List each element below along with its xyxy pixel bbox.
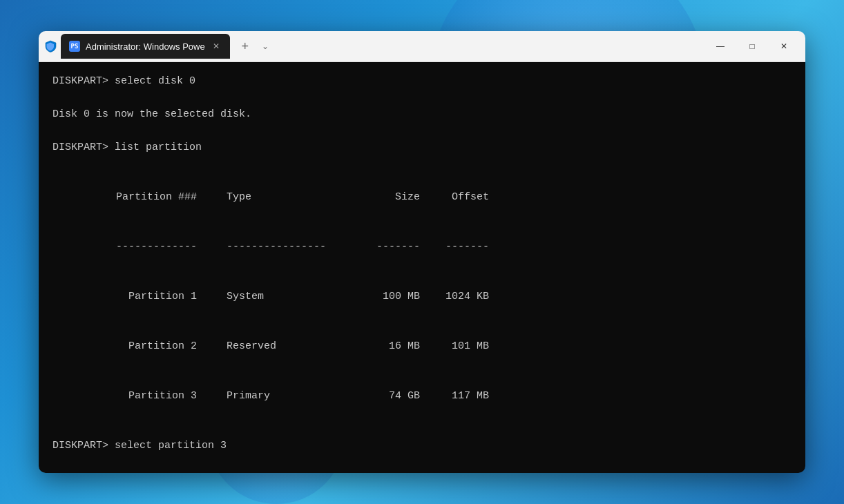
header-partition: Partition ### <box>116 189 227 206</box>
tab-powershell-icon: PS <box>69 41 80 52</box>
header-type: Type <box>227 189 358 206</box>
divider-type: ---------------- <box>227 239 358 255</box>
line-select-partition: DISKPART> select partition 3 <box>52 438 792 454</box>
active-tab[interactable]: PS Administrator: Windows Powe ✕ <box>61 34 230 59</box>
close-button[interactable]: ✕ <box>768 31 800 62</box>
p2-offset: 101 MB <box>434 338 489 355</box>
restore-button[interactable]: □ <box>736 31 768 62</box>
blank-2 <box>52 123 792 139</box>
blank-1 <box>52 90 792 106</box>
divider-partition: ------------- <box>116 239 227 255</box>
p1-size: 100 MB <box>358 289 420 305</box>
titlebar: PS Administrator: Windows Powe ✕ + ⌄ — □… <box>39 31 805 62</box>
p2-size: 16 MB <box>358 338 420 355</box>
p1-num: Partition 1 <box>116 289 227 305</box>
divider-offset: ------- <box>434 239 489 255</box>
powershell-window: PS Administrator: Windows Powe ✕ + ⌄ — □… <box>39 31 805 473</box>
terminal-output[interactable]: DISKPART> select disk 0 Disk 0 is now th… <box>39 62 805 473</box>
line-disk-selected: Disk 0 is now the selected disk. <box>52 106 792 123</box>
tab-close-button[interactable]: ✕ <box>211 41 222 52</box>
tab-title: Administrator: Windows Powe <box>86 41 205 52</box>
partition-table: Partition ###TypeSizeOffset ------------… <box>66 173 792 421</box>
shield-icon <box>44 40 57 52</box>
line-partition-selected: Partition 3 is now the selected partitio… <box>52 471 792 473</box>
table-divider-row: ----------------------------------------… <box>66 222 792 272</box>
header-offset: Offset <box>434 189 489 206</box>
p1-offset: 1024 KB <box>434 289 489 305</box>
line-select-disk: DISKPART> select disk 0 <box>52 73 792 90</box>
table-row-partition3: Partition 3 Primary 74 GB 117 MB <box>66 371 792 421</box>
blank-5 <box>52 454 792 471</box>
new-tab-button[interactable]: + <box>236 37 255 56</box>
p3-size: 74 GB <box>358 388 420 405</box>
p1-type: System <box>227 289 358 305</box>
p2-num: Partition 2 <box>116 338 227 355</box>
tab-dropdown-button[interactable]: ⌄ <box>258 39 273 54</box>
divider-size: ------- <box>358 239 420 255</box>
blank-4 <box>52 421 792 438</box>
p3-num: Partition 3 <box>116 388 227 405</box>
table-header-row: Partition ###TypeSizeOffset <box>66 173 792 222</box>
table-row-partition1: Partition 1 System 100 MB1024 KB <box>66 272 792 322</box>
window-controls: — □ ✕ <box>704 31 800 62</box>
p2-type: Reserved <box>227 338 358 355</box>
header-size: Size <box>358 189 420 206</box>
line-list-partition: DISKPART> list partition <box>52 139 792 156</box>
minimize-button[interactable]: — <box>704 31 736 62</box>
p3-type: Primary <box>227 388 358 405</box>
titlebar-left: PS Administrator: Windows Powe ✕ + ⌄ <box>44 34 704 59</box>
p3-offset: 117 MB <box>434 388 489 405</box>
table-row-partition2: Partition 2 Reserved 16 MB 101 MB <box>66 322 792 371</box>
blank-3 <box>52 156 792 173</box>
